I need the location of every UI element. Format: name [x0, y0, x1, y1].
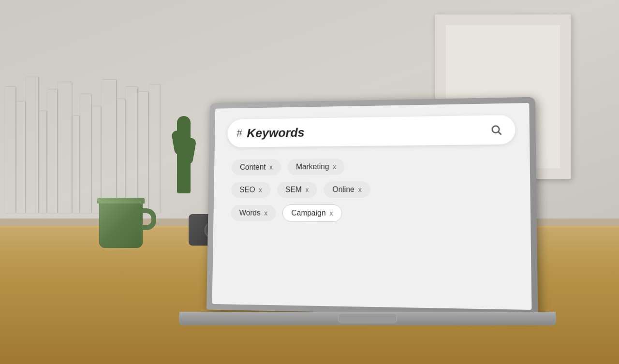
tag-words-close[interactable]: x [264, 209, 267, 217]
laptop-screen-frame: # Keywords Content x [206, 97, 538, 316]
tag-sem[interactable]: SEM x [277, 182, 317, 198]
search-bar[interactable]: # Keywords [227, 115, 516, 147]
tag-seo[interactable]: SEO x [231, 182, 270, 198]
book-spine [138, 92, 148, 213]
tag-marketing-close[interactable]: x [333, 163, 336, 171]
tag-online-close[interactable]: x [358, 186, 362, 193]
laptop-base [178, 312, 557, 325]
tag-words-label: Words [239, 209, 261, 218]
laptop: # Keywords Content x [179, 99, 556, 325]
book-spine [58, 82, 72, 213]
book-spine [26, 77, 38, 213]
tags-area: Content x Marketing x SEO x [226, 153, 516, 226]
tag-seo-label: SEO [239, 186, 255, 194]
book-spine [16, 102, 25, 213]
tag-content-close[interactable]: x [269, 163, 273, 171]
tag-marketing[interactable]: Marketing x [288, 159, 345, 175]
tag-content[interactable]: Content x [232, 159, 281, 175]
book-spine [5, 87, 15, 213]
book-spine [149, 85, 160, 213]
tag-online[interactable]: Online x [324, 181, 370, 198]
tags-row-2: SEO x SEM x Online x [231, 181, 511, 198]
svg-point-0 [492, 126, 500, 132]
tags-row-1: Content x Marketing x [232, 157, 511, 175]
svg-line-1 [499, 132, 501, 135]
scene: # Keywords Content x [0, 0, 619, 364]
book-spine [39, 111, 46, 213]
tag-sem-label: SEM [285, 186, 302, 194]
laptop-screen: # Keywords Content x [212, 103, 532, 310]
tag-sem-close[interactable]: x [305, 186, 309, 194]
book-spine [92, 106, 101, 213]
laptop-trackpad[interactable] [339, 314, 397, 322]
tag-campaign-label: Campaign [291, 209, 325, 218]
search-icon [490, 124, 502, 136]
search-input-text[interactable]: Keywords [247, 122, 482, 140]
tags-row-3: Words x Campaign x [231, 204, 511, 222]
bookshelf [0, 58, 174, 213]
book-spine [102, 80, 116, 213]
book-spine [126, 87, 137, 213]
tag-campaign-close[interactable]: x [329, 209, 333, 217]
tag-marketing-label: Marketing [296, 162, 329, 171]
tag-content-label: Content [240, 163, 266, 172]
tag-campaign[interactable]: Campaign x [282, 204, 342, 222]
book-spine [47, 89, 57, 213]
search-button[interactable] [487, 121, 505, 139]
tag-seo-close[interactable]: x [259, 186, 262, 194]
book-spine [73, 116, 79, 213]
book-spine [117, 99, 125, 213]
book-spine [80, 94, 91, 213]
mug [99, 200, 147, 253]
tag-online-label: Online [332, 185, 354, 194]
tag-words[interactable]: Words x [231, 205, 276, 221]
hash-symbol: # [236, 127, 242, 139]
